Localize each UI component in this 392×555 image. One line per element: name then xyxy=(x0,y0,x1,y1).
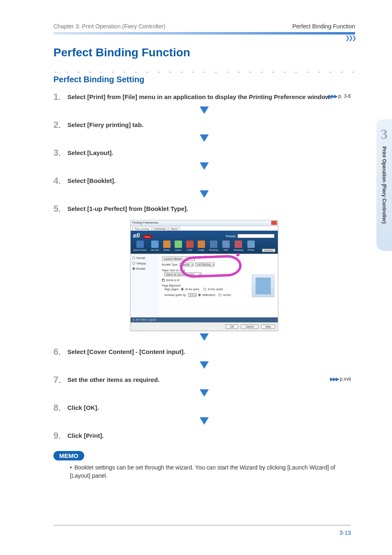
ribbon-image[interactable]: Image xyxy=(198,240,205,251)
step-2: 2. Select [Fiery printing] tab. xyxy=(53,118,355,132)
paper-size-label: Paper Size for 2-up: xyxy=(162,269,275,272)
step-8: 8. Click [OK]. xyxy=(53,401,355,415)
ok-button[interactable]: OK xyxy=(226,324,238,329)
step-number: 1. xyxy=(53,92,65,102)
radio-gangup[interactable]: Gangup xyxy=(132,262,158,265)
svg-marker-1 xyxy=(200,134,209,142)
gutter-mm-radio[interactable] xyxy=(198,294,201,296)
ribbon-layout[interactable]: Layout xyxy=(175,240,182,251)
step-text: Set the other items as required. xyxy=(67,375,355,384)
step-number: 8. xyxy=(53,403,65,412)
memo-body: •Booklet settings can be set through the… xyxy=(70,464,355,480)
step-text: Select [Cover Content] - [Content input]… xyxy=(67,347,355,356)
align-pages-label: Align pages: xyxy=(164,288,179,291)
gutter-inches-radio[interactable] xyxy=(219,294,221,296)
gutter-value[interactable]: 0.0 xyxy=(188,293,196,297)
memo-badge: MEMO xyxy=(53,451,84,460)
flow-arrow-icon xyxy=(53,333,355,342)
ribbon-job-info[interactable]: Job Info xyxy=(151,240,159,251)
view-bar[interactable]: ▸ Job View: Layout xyxy=(131,317,278,322)
step-text: Select [Booklet]. xyxy=(67,176,355,185)
cancel-button[interactable]: Cancel xyxy=(241,324,258,329)
step-reference[interactable]: ▶▶▶p. 3-6 xyxy=(328,93,351,99)
align-center-radio[interactable] xyxy=(203,288,206,291)
align-spine-radio[interactable] xyxy=(181,288,184,291)
step-text: Select [Print] from [File] menu in an ap… xyxy=(67,92,355,101)
step-1: 1. Select [Print] from [File] menu in an… xyxy=(53,90,355,104)
presets-input[interactable] xyxy=(238,234,274,238)
ribbon-printer[interactable]: Printer xyxy=(247,240,255,251)
page-title: Perfect Binding Function xyxy=(53,46,355,59)
step-reference[interactable]: ▶▶▶p.xvii xyxy=(330,376,351,382)
step-4: 4. Select [Booklet]. xyxy=(53,174,355,188)
bullet-icon: • xyxy=(70,464,72,471)
step-3: 3. Select [Layout]. xyxy=(53,146,355,160)
dot-divider: ● ● ● ● ● ● ● ● ● ● ● ● ● ● ● ● ● ● ● ● … xyxy=(53,69,355,72)
ribbon-media[interactable]: Media xyxy=(163,240,171,251)
step-text: Click [Print]. xyxy=(67,431,355,440)
step-text: Click [OK]. xyxy=(67,403,355,412)
radio-normal[interactable]: Normal xyxy=(132,257,158,259)
preview-thumbnail xyxy=(252,275,274,297)
defaults-button[interactable]: Defaults xyxy=(262,249,275,252)
efi-logo: efi xyxy=(133,232,140,239)
ribbon-stamping[interactable]: Stamping xyxy=(234,240,243,251)
page-footer: 3-13 xyxy=(53,525,351,536)
ribbon-vdp[interactable]: VDP xyxy=(222,240,230,251)
step-text: Select [Layout]. xyxy=(67,148,355,157)
memo-header: MEMO xyxy=(53,451,355,460)
tab-postscript[interactable]: PostScript xyxy=(152,227,168,231)
svg-marker-2 xyxy=(200,162,209,170)
header-right: Perfect Binding Function xyxy=(292,23,355,30)
booklet-type-label: Booklet Type: xyxy=(162,263,178,266)
chapter-number: 3 xyxy=(381,127,388,142)
launch-wizard-button[interactable]: Launch Wizard... xyxy=(162,257,195,261)
step-5: 5. Select [1-up Perfect] from [Booklet T… xyxy=(53,202,355,216)
flow-arrow-icon xyxy=(53,134,355,143)
flow-arrow-icon xyxy=(53,389,355,398)
steps-list: 1. Select [Print] from [File] menu in an… xyxy=(53,90,355,443)
section-subtitle: Perfect Binding Setting xyxy=(53,75,355,84)
dialog-body: Normal Gangup Booklet Launch Wizard... B… xyxy=(131,254,278,317)
step-number: 3. xyxy=(53,148,65,157)
svg-marker-4 xyxy=(200,333,209,341)
tab-fiery-printing[interactable]: Fiery printing xyxy=(132,227,152,231)
binding-select[interactable]: Left Binding xyxy=(195,263,214,266)
svg-marker-5 xyxy=(200,361,209,369)
step-number: 2. xyxy=(53,120,65,130)
dialog-buttons: OK Cancel Help xyxy=(131,322,278,331)
paper-size-select[interactable]: Same as document size xyxy=(164,273,201,276)
step-9: 9. Click [Print]. xyxy=(53,429,355,443)
close-icon[interactable] xyxy=(271,221,277,225)
step-6: 6. Select [Cover Content] - [Content inp… xyxy=(53,345,355,359)
page-number: 3-13 xyxy=(339,530,351,536)
dialog-titlebar: Printing Preferences xyxy=(131,220,278,226)
ribbon-icons: Quick Access Job Info Media Layout Color… xyxy=(133,240,275,251)
booklet-type-select[interactable]: Saddle xyxy=(180,263,193,266)
dialog-title: Printing Preferences xyxy=(132,221,158,224)
flow-arrow-icon xyxy=(53,417,355,426)
step-number: 9. xyxy=(53,431,65,440)
help-button[interactable]: Help xyxy=(261,324,275,329)
step-text: Select [Fiery printing] tab. xyxy=(67,120,355,129)
svg-marker-0 xyxy=(200,106,209,114)
ribbon-quick-access[interactable]: Quick Access xyxy=(133,240,147,251)
dialog-tabs: Fiery printing PostScript About xyxy=(131,226,278,231)
presets-group: Presets: xyxy=(226,234,274,238)
header-divider xyxy=(53,32,355,35)
layout-panel: Launch Wizard... Booklet Type: Saddle Le… xyxy=(159,254,278,317)
presets-label: Presets: xyxy=(226,235,236,238)
step-7: 7. Set the other items as required. ▶▶▶p… xyxy=(53,373,355,387)
svg-marker-7 xyxy=(200,417,209,425)
memo-text: Booklet settings can be set through the … xyxy=(70,464,335,479)
flow-arrow-icon xyxy=(53,190,355,199)
ribbon-finishing[interactable]: Finishing xyxy=(209,240,218,251)
screenshot-container: Printing Preferences Fiery printing Post… xyxy=(53,220,355,331)
ribbon-color[interactable]: Color xyxy=(186,240,194,251)
tab-about[interactable]: About xyxy=(168,227,180,231)
dialog-ribbon: efi Fiery Presets: Quick Access Job Info… xyxy=(131,231,278,254)
radio-booklet[interactable]: Booklet xyxy=(132,267,158,270)
fiery-badge: Fiery xyxy=(143,235,152,238)
step-text: Select [1-up Perfect] from [Booklet Type… xyxy=(67,204,355,213)
pointer-icon: ▶▶▶ xyxy=(330,376,339,382)
